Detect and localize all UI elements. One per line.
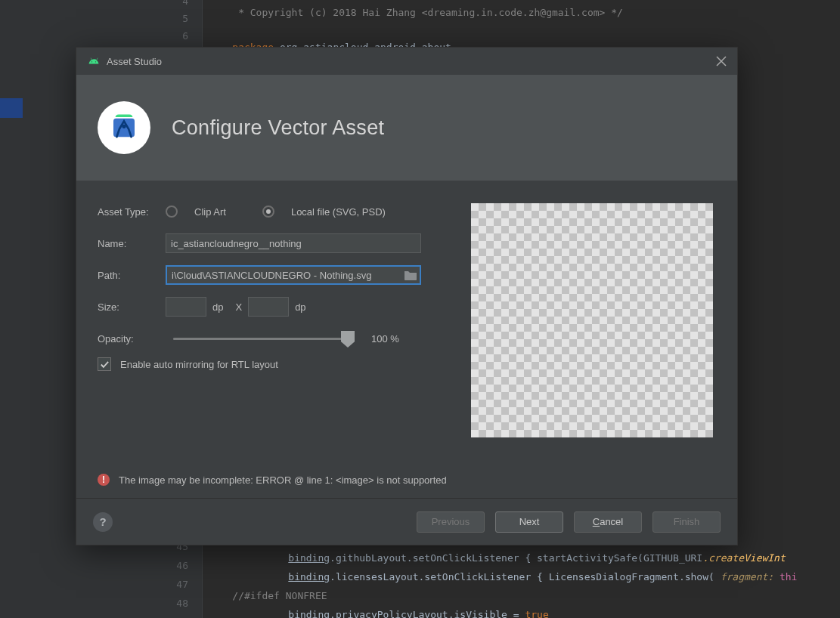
previous-button[interactable]: Previous <box>417 511 485 533</box>
path-field-wrap <box>166 265 421 285</box>
error-icon: ! <box>98 474 110 486</box>
dialog-header: Configure Vector Asset <box>76 75 737 181</box>
size-dp-2: dp <box>295 301 305 313</box>
android-icon <box>87 54 101 68</box>
finish-button[interactable]: Finish <box>652 511 721 533</box>
size-dp-1: dp <box>212 301 223 313</box>
auto-mirror-checkbox[interactable] <box>98 357 111 371</box>
gutter-line-5: 5 <box>166 13 188 24</box>
gutter-line-6: 6 <box>166 30 188 42</box>
auto-mirror-label[interactable]: Enable auto mirroring for RTL layout <box>120 359 278 370</box>
local-file-radio[interactable] <box>262 205 274 218</box>
name-input[interactable] <box>166 233 421 253</box>
checkmark-icon <box>100 360 110 369</box>
size-width-input[interactable] <box>166 297 206 317</box>
dialog-body: Asset Type: Clip Art Local file (SVG, PS… <box>76 181 737 498</box>
asset-preview <box>471 203 713 437</box>
local-file-radio-label[interactable]: Local file (SVG, PSD) <box>291 206 386 218</box>
asset-studio-dialog: Asset Studio Configure Vector Asset Asse… <box>76 47 738 545</box>
gutter-line-47: 47 <box>166 579 188 590</box>
opacity-value: 100 % <box>371 333 399 345</box>
dialog-heading: Configure Vector Asset <box>172 116 384 140</box>
clip-art-radio[interactable] <box>166 205 178 218</box>
code-line-4: * Copyright (c) 2018 Hai Zhang <dreaming… <box>209 0 623 29</box>
gutter-line-46: 46 <box>166 560 188 571</box>
editor-selection-indicator <box>0 98 23 118</box>
folder-icon <box>405 270 417 280</box>
android-studio-logo <box>98 101 150 154</box>
dialog-title: Asset Studio <box>107 56 162 67</box>
close-icon[interactable] <box>716 56 727 66</box>
code-line-46: binding.licensesLayout.setOnClickListene… <box>265 560 797 594</box>
opacity-slider[interactable] <box>173 332 349 345</box>
gutter-line-48: 48 <box>166 598 188 609</box>
browse-folder-button[interactable] <box>401 266 420 284</box>
next-button[interactable]: Next <box>495 511 563 533</box>
error-message: The image may be incomplete: ERROR @ lin… <box>119 474 447 486</box>
size-x: X <box>235 301 242 313</box>
error-message-row: ! The image may be incomplete: ERROR @ l… <box>98 474 447 486</box>
size-height-input[interactable] <box>248 297 289 317</box>
size-label: Size: <box>98 301 166 313</box>
dialog-titlebar[interactable]: Asset Studio <box>76 48 737 75</box>
help-button[interactable]: ? <box>93 512 113 532</box>
path-input[interactable] <box>167 270 401 281</box>
clip-art-radio-label[interactable]: Clip Art <box>194 206 226 218</box>
opacity-slider-thumb[interactable] <box>341 331 355 348</box>
gutter-line-4: 4 <box>166 0 188 7</box>
code-line-48: binding.privacyPolicyLayout.isVisible = … <box>265 598 549 618</box>
name-label: Name: <box>98 238 166 249</box>
svg-point-1 <box>122 125 126 128</box>
cancel-button[interactable]: Cancel <box>574 511 642 533</box>
opacity-label: Opacity: <box>98 333 173 345</box>
dialog-footer: ? Previous Next Cancel Finish <box>76 498 737 545</box>
asset-type-label: Asset Type: <box>98 206 166 218</box>
path-label: Path: <box>98 270 166 281</box>
